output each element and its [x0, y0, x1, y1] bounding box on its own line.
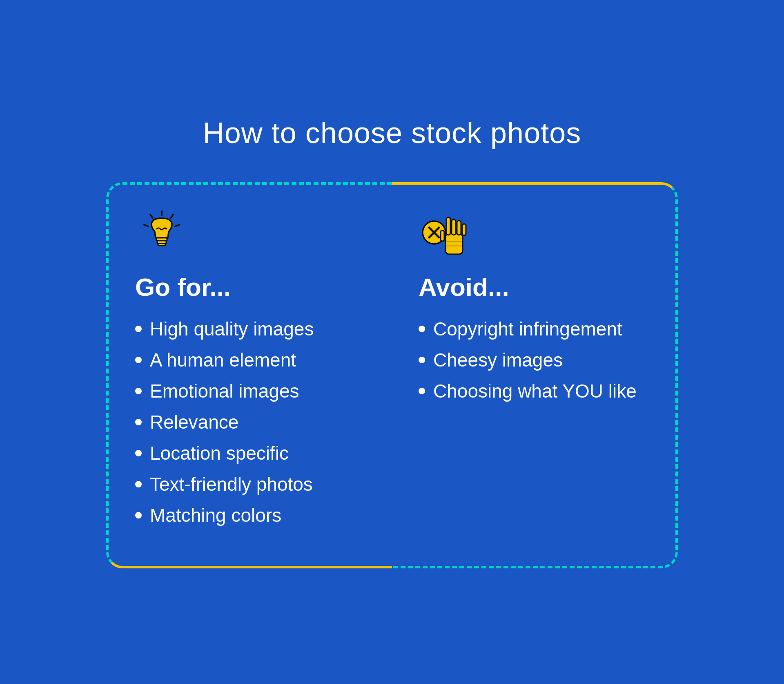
list-item: Location specific	[135, 442, 365, 464]
card-avoid: Avoid... Copyright infringement Cheesy i…	[392, 182, 678, 568]
svg-line-4	[175, 225, 179, 226]
bullet-dot	[135, 481, 142, 487]
bullet-dot	[135, 512, 142, 519]
svg-rect-16	[441, 230, 444, 241]
card-go: Go for... High quality images A human el…	[106, 182, 392, 568]
bullet-dot	[419, 357, 425, 363]
list-item-label: Copyright infringement	[433, 318, 622, 340]
bullet-dot	[135, 326, 142, 332]
bullet-dot	[135, 388, 142, 394]
list-item-label: Text-friendly photos	[150, 473, 313, 495]
svg-rect-12	[452, 219, 456, 235]
svg-rect-15	[462, 224, 466, 235]
list-item-label: Choosing what YOU like	[433, 380, 637, 402]
list-item: A human element	[135, 349, 365, 371]
list-item: Matching colors	[135, 504, 365, 526]
list-item-label: Matching colors	[150, 504, 281, 526]
card-go-heading: Go for...	[135, 273, 365, 302]
svg-rect-11	[445, 234, 463, 254]
list-item: Emotional images	[135, 380, 365, 402]
svg-line-1	[150, 215, 153, 218]
bullet-dot	[135, 357, 142, 363]
list-item: Choosing what YOU like	[419, 380, 649, 402]
svg-rect-13	[446, 217, 450, 235]
card-go-list: High quality images A human element Emot…	[135, 318, 365, 526]
list-item-label: High quality images	[150, 318, 314, 340]
cards-container: Go for... High quality images A human el…	[106, 182, 678, 568]
list-item-label: Emotional images	[150, 380, 299, 402]
card-avoid-list: Copyright infringement Cheesy images Cho…	[419, 318, 649, 402]
list-item: Text-friendly photos	[135, 473, 365, 495]
list-item: Relevance	[135, 411, 365, 433]
svg-line-2	[144, 225, 148, 226]
list-item: Copyright infringement	[419, 318, 649, 340]
list-item-label: A human element	[150, 349, 296, 371]
list-item: High quality images	[135, 318, 365, 340]
list-item-label: Cheesy images	[433, 349, 563, 371]
list-item-label: Location specific	[150, 442, 289, 464]
lightbulb-icon-container	[135, 207, 188, 260]
svg-line-3	[171, 215, 173, 218]
lightbulb-icon	[137, 209, 186, 258]
list-item: Cheesy images	[419, 349, 649, 371]
list-item-label: Relevance	[150, 411, 238, 433]
stop-hand-icon	[419, 207, 472, 260]
bullet-dot	[419, 326, 425, 332]
svg-rect-7	[158, 244, 165, 246]
svg-rect-14	[457, 221, 461, 235]
page-title: How to choose stock photos	[203, 116, 581, 150]
bullet-dot	[135, 419, 142, 425]
stop-hand-icon-container	[419, 207, 472, 260]
card-avoid-heading: Avoid...	[419, 273, 649, 302]
bullet-dot	[135, 450, 142, 456]
bullet-dot	[419, 388, 425, 394]
